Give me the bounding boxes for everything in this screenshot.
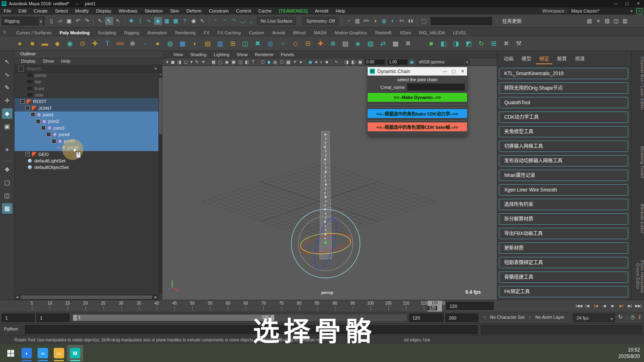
outliner-menu-show[interactable]: Show [40,58,57,65]
viewport-icon[interactable]: ◼ [170,59,176,65]
creat-name-input[interactable] [407,84,465,90]
shelf-tab-rigging[interactable]: Rigging [120,29,143,36]
step-back-frame-button[interactable]: |◀ [583,301,591,310]
rig-swords-icon[interactable]: ⚒ [514,38,524,49]
viewport-icon[interactable]: ▣ [357,59,364,65]
viewport-icon[interactable]: ◨ [176,59,183,65]
shelf-tab-curves-surfaces[interactable]: Curves / Surfaces [12,29,55,36]
history-icon[interactable]: ◠ [229,17,238,25]
make-dynamic-button[interactable]: <<--Make Dynamic-->> [368,93,467,102]
workspace-lock-icon[interactable]: A [636,8,642,14]
smooth-preview-icon[interactable]: ◞ [247,17,255,25]
search-input[interactable] [26,66,154,72]
select-component-icon[interactable]: ↖ [114,17,122,25]
type-tool-icon[interactable]: T [102,38,113,49]
target-weld-icon[interactable]: ◎ [265,38,276,49]
dialog-maximize-icon[interactable]: ▢ [449,69,458,74]
paint-effects-icon[interactable]: ✄ [398,17,406,25]
menu-display[interactable]: Display [93,7,115,15]
step-forward-frame-button[interactable]: ▶| [626,301,634,310]
launch-app-icon[interactable]: ◐ [389,17,397,25]
rig-half-icon[interactable]: ◧ [438,38,449,49]
range-slider-bar[interactable]: 1 120 [73,315,274,321]
delete-edge-icon[interactable]: ✖ [403,38,413,49]
outliner-item-front[interactable]: front [15,85,158,92]
snap-projected-center-icon[interactable]: ◆ [154,17,162,25]
shelf-tab-rig-valida[interactable]: RIG_VALIDA [415,29,449,36]
playback-end-field[interactable]: 120 [409,314,444,322]
scroll-left-icon[interactable]: ◀ [15,295,19,299]
outliner-vscrollbar[interactable]: ▲ [158,72,162,294]
task-update-label[interactable]: 任务更新 [502,17,522,24]
menu-create[interactable]: Create [30,7,51,15]
viewport-icon[interactable]: ⬡ [259,59,266,65]
media-app-icon[interactable]: ◗ [19,345,35,361]
play-forwards-button[interactable]: ▶ [609,301,617,310]
current-frame-marker[interactable]: 120 120 [427,301,442,311]
viewport-icon[interactable]: ↖ [333,59,340,65]
menu-teamones[interactable]: [TEAMONES] [276,7,311,15]
viewport-icon[interactable]: T [250,59,256,64]
layout-outliner-persp-icon[interactable]: ▦ [2,203,13,214]
strip-label-xgen-interactive-groom-editor[interactable]: XGen Interactive Groom Editor [631,253,644,300]
outliner-item-defaultobjectset[interactable]: defaultObjectSet [15,164,158,170]
tool-button-orig-shape[interactable]: 移除无用的Orig Shape节点 [499,82,628,94]
select-tool-icon[interactable]: ↖ [2,57,13,67]
open-scene-icon[interactable]: ▱ [56,17,64,25]
bridge-icon[interactable]: ⊟ [303,38,313,49]
layout-two-pane-icon[interactable]: ◫ [2,190,13,201]
zoom-tool-icon[interactable]: ⊕ [127,38,138,49]
vscode-icon[interactable]: ‹› [35,345,51,361]
svg-tool-icon[interactable]: SVG [115,38,125,49]
rows-icon[interactable]: ▤ [202,38,213,49]
viewport-icon[interactable]: ■ [324,59,329,64]
viewport-icon[interactable]: ◫ [237,59,244,65]
shelf-tab-motion-graphics[interactable]: Motion Graphics [330,29,371,36]
shelf-menu-icon[interactable]: ≡ [3,29,6,34]
bake-cdk-button[interactable]: <<--根据选中的角色bake CDK动力学-->> [368,109,467,118]
wheel-icon[interactable]: ◇ [290,38,301,49]
tool-button-item[interactable]: 更新材质 [499,242,628,254]
viewport-icon[interactable]: ◆ [266,59,272,65]
shelf-tab-poly-modeling[interactable]: Poly Modeling [55,29,94,36]
channel-box-toggle-icon[interactable]: ▤ [603,17,611,25]
viewport-icon[interactable]: ▦ [210,59,217,65]
menu-modify[interactable]: Modify [72,7,93,15]
joint-tool-icon[interactable]: ✦ [2,145,13,155]
undo-icon[interactable]: ↶ [74,17,82,25]
outliner-hscrollbar[interactable]: ◀ ▶ [15,295,158,300]
animation-end-field[interactable]: 200 [445,314,478,322]
multi-cut-icon[interactable]: ⊗ [328,38,338,49]
outliner-item-joint6[interactable]: joint6 [15,144,158,151]
maximize-button[interactable]: ▢ [621,0,633,7]
menu-skeleton[interactable]: Skeleton [141,7,166,15]
snap-to-curves-icon[interactable]: ⟨ [136,17,144,25]
file-explorer-icon[interactable]: ▭ [51,345,67,361]
viewport-icon[interactable]: ✎ [194,59,200,65]
move-tool-icon[interactable]: ✛ [2,95,13,106]
render-current-frame-icon[interactable]: ▥ [353,17,361,25]
expander-icon[interactable]: - [41,126,46,130]
tool-button-item[interactable]: 选择所有约束 [499,199,628,210]
playback-speed-icon[interactable]: ◷ [630,314,635,320]
layout-single-pane-icon[interactable]: ▢ [2,177,13,188]
outliner-item-root[interactable]: -ROOT [15,98,158,105]
command-language-label[interactable]: Python [4,326,18,331]
tool-button-item[interactable]: 拆分解算材质 [499,213,628,225]
select-hierarchy-icon[interactable]: ↖ [96,17,104,25]
shelf-tab-mash[interactable]: MASH [310,29,331,36]
menu-skin[interactable]: Skin [166,7,183,15]
snap-to-points-icon[interactable]: ∿ [145,17,153,25]
viewport-icon[interactable]: ◧ [244,59,250,65]
expander-icon[interactable]: - [31,112,35,117]
gamma-field[interactable]: 1.00 [387,59,408,65]
viewport-menu-shading[interactable]: Shading [187,52,210,57]
viewport-icon[interactable]: ◨ [343,59,350,65]
tool-button-item[interactable]: 短剧表情绑定工具 [499,257,628,268]
lasso-tool-icon[interactable]: ∿ [2,69,13,80]
snap-help-icon[interactable]: ? [181,17,189,25]
live-surface-field[interactable]: No Live Surface [257,17,296,25]
tab-item[interactable]: 解算 [554,54,570,64]
expander-icon[interactable]: - [52,139,56,143]
sphere-small-icon[interactable]: ● [152,38,163,49]
